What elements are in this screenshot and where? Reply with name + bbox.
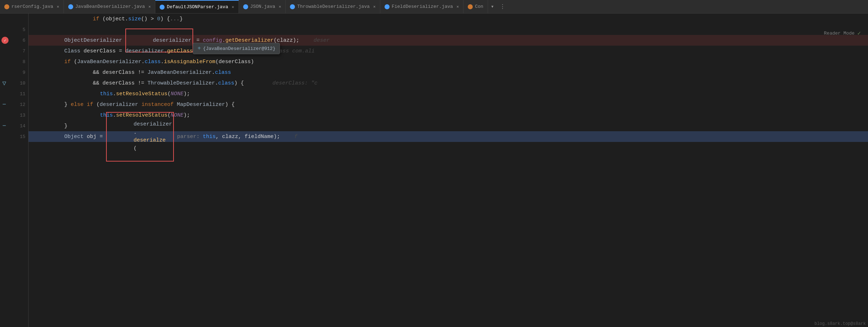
- tab-icon-default-json: [160, 5, 165, 10]
- gutter-row-11: 11: [0, 88, 28, 99]
- type-class: Class: [64, 48, 80, 54]
- method-getclass: getClass: [167, 48, 193, 54]
- tab-default-json[interactable]: DefaultJSONParser.java ✕: [155, 0, 239, 14]
- keyword-this-15: this: [203, 134, 216, 140]
- keyword-else-12: else: [71, 102, 84, 108]
- main-area: 5 ✓ 6 7 8 9 ▽ 10 11 − 12: [0, 14, 868, 327]
- gutter-row-15: 15: [0, 131, 28, 142]
- arrow-down-marker-10: ▽: [1, 80, 8, 87]
- var-deserializer-12: deserializer: [100, 102, 138, 108]
- tab-close-parser-config[interactable]: ✕: [57, 4, 59, 9]
- code-line-15: Object obj = deserializer . deserialze (…: [29, 131, 868, 142]
- keyword-this-11: this: [100, 91, 113, 97]
- type-mapdeserializer-12: MapDeserializer: [177, 102, 225, 108]
- tooltip-text: {JavaBeanDeserializer@912}: [203, 46, 276, 51]
- tab-overflow-button[interactable]: ▾: [488, 0, 497, 14]
- ellipsis: ...: [170, 16, 180, 22]
- keyword-class-9: class: [215, 70, 231, 76]
- gutter-row-0: [0, 14, 28, 24]
- gutter-row-9: 9: [0, 67, 28, 78]
- var-deserializer2: deserializer: [125, 48, 164, 54]
- gutter-row-5: 5: [0, 24, 28, 35]
- tab-close-default-json[interactable]: ✕: [232, 5, 234, 9]
- tab-label-json: JSON.java: [250, 4, 275, 9]
- tab-label-con: Con: [475, 4, 483, 9]
- tab-con[interactable]: Con: [463, 0, 488, 14]
- tab-close-javabean[interactable]: ✕: [149, 4, 151, 9]
- method-isassignable: isAssignableFrom: [164, 59, 215, 65]
- tab-label-throwable: ThrowableDeserializer.java: [297, 4, 370, 9]
- param-hint-parser: parser:: [174, 134, 203, 140]
- keyword-class-10: class: [218, 80, 234, 86]
- tooltip-plus-icon: +: [197, 45, 201, 52]
- gutter-row-13: 13: [0, 110, 28, 121]
- gutter-row-10: ▽ 10: [0, 78, 28, 88]
- type-objectdeserializer: ObjectDeserializer: [64, 37, 122, 44]
- code-line-7: Class deserClass = deserializer . getCla…: [29, 46, 868, 56]
- breakpoint-marker-6[interactable]: ✓: [1, 37, 9, 44]
- code-line-8: if ( JavaBeanDeserializer . class . isAs…: [29, 56, 868, 67]
- highlight-deserializer-call: deserializer . deserialze (: [106, 112, 174, 162]
- tab-bar: rserConfig.java ✕ JavaBeanDeserializer.j…: [0, 0, 868, 14]
- type-throwable-10: ThrowableDeserializer: [147, 80, 215, 86]
- var-deserializer-15: deserializer: [134, 121, 172, 127]
- tab-icon-json: [243, 4, 248, 9]
- method-size: size: [128, 16, 141, 22]
- tab-label-default-json: DefaultJSONParser.java: [167, 4, 228, 10]
- right-hint-6: deser: [313, 37, 330, 44]
- tab-menu-button[interactable]: ⋮: [497, 0, 508, 14]
- code-line-11: this . setResolveStatus ( NONE );: [29, 88, 868, 99]
- tab-close-throwable[interactable]: ✕: [373, 4, 376, 9]
- num-zero: 0: [157, 16, 160, 22]
- right-hint-15: f: [294, 134, 297, 140]
- minus-marker-14: −: [1, 122, 8, 129]
- tooltip-container: Class deserClass = deserializer . getCla…: [29, 46, 868, 56]
- tab-close-field[interactable]: ✕: [457, 4, 459, 9]
- gutter-row-8: 8: [0, 56, 28, 67]
- gutter-row-6: ✓ 6: [0, 35, 28, 46]
- tab-icon-con: [468, 4, 473, 9]
- method-setresolvstatus-11: setResolveStatus: [116, 91, 167, 97]
- line-number-gutter: 5 ✓ 6 7 8 9 ▽ 10 11 − 12: [0, 14, 29, 327]
- minus-marker-12: −: [1, 101, 8, 108]
- gutter-row-14: − 14: [0, 121, 28, 131]
- tab-icon-parser-config: [4, 4, 9, 9]
- const-none-11: NONE: [171, 91, 184, 97]
- type-object-15: Object: [64, 134, 84, 140]
- method-deserialze-15: deserialze: [134, 137, 166, 143]
- method-getdeserializer: getDeserializer: [225, 37, 274, 44]
- var-deserializer: deserializer: [153, 37, 191, 44]
- tab-close-json[interactable]: ✕: [279, 4, 281, 9]
- tab-throwable[interactable]: ThrowableDeserializer.java ✕: [286, 0, 380, 14]
- keyword-instanceof-12: instanceof: [141, 102, 174, 108]
- tab-javabean[interactable]: JavaBeanDeserializer.java ✕: [64, 0, 156, 14]
- keyword-if-12: if: [87, 102, 93, 108]
- type-javabean: JavaBeanDeserializer: [77, 59, 141, 65]
- code-line-if-size: if (object. size () > 0 ) { ... }: [29, 14, 868, 24]
- tab-icon-throwable: [290, 4, 295, 9]
- type-javabean-9: JavaBeanDeserializer: [147, 70, 212, 76]
- code-line-10: && deserClass != ThrowableDeserializer .…: [29, 78, 868, 88]
- keyword-if: if: [93, 16, 99, 22]
- watermark: blog.s8ark.top@s8ark: [812, 321, 868, 327]
- tab-icon-field: [385, 4, 390, 9]
- debug-tooltip: + {JavaBeanDeserializer@912}: [193, 43, 280, 54]
- code-line-6: ObjectDeserializer deserializer = config…: [29, 35, 868, 46]
- tab-icon-javabean: [68, 4, 73, 9]
- code-line-12: } else if ( deserializer instanceof MapD…: [29, 99, 868, 110]
- code-editor[interactable]: Reader Mode ✓ if (object. size () > 0 ) …: [29, 14, 868, 327]
- gutter-row-7: 7: [0, 46, 28, 56]
- gutter-row-12: − 12: [0, 99, 28, 110]
- tab-json[interactable]: JSON.java ✕: [239, 0, 286, 14]
- right-hint-10: deserClass: "c: [272, 80, 317, 86]
- keyword-class-8: class: [145, 59, 161, 65]
- keyword-if-8: if: [64, 59, 71, 65]
- tab-field[interactable]: FieldDeserializer.java ✕: [380, 0, 463, 14]
- code-line-9: && deserClass != JavaBeanDeserializer . …: [29, 67, 868, 78]
- tab-label-field: FieldDeserializer.java: [392, 4, 453, 9]
- tab-parser-config[interactable]: rserConfig.java ✕: [0, 0, 64, 14]
- var-config: config: [203, 37, 222, 44]
- tab-label-parser-config: rserConfig.java: [11, 4, 53, 9]
- tab-label-javabean: JavaBeanDeserializer.java: [75, 4, 145, 9]
